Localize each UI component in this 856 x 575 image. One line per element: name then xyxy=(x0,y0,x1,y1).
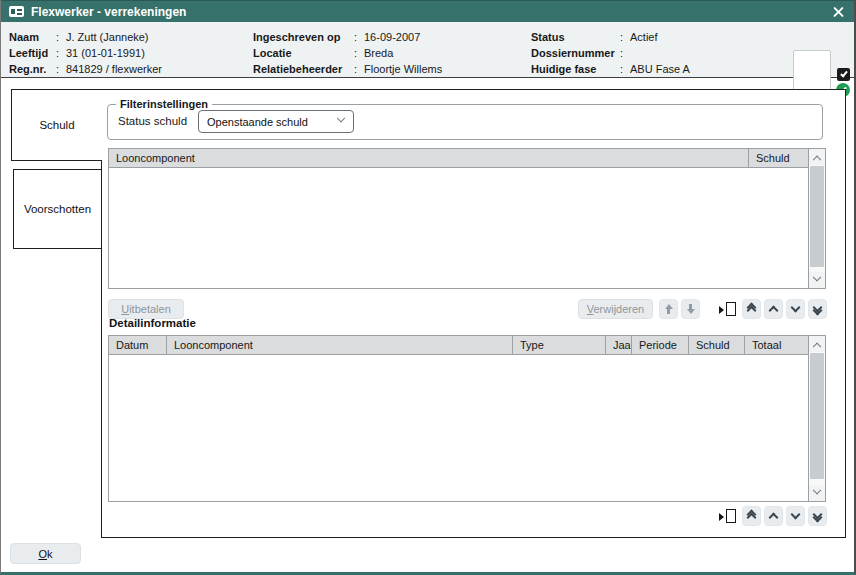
separator: : xyxy=(620,31,630,43)
uitbetalen-button[interactable]: Uitbetalen xyxy=(108,299,184,319)
scrollbar-thumb[interactable] xyxy=(810,166,824,267)
contact-card-icon xyxy=(9,6,24,17)
separator: : xyxy=(620,47,630,59)
window-title: Flexwerker - verrekeningen xyxy=(31,5,186,19)
field-label: Status xyxy=(531,31,620,43)
chevron-down-icon xyxy=(813,273,821,281)
field-label: Ingeschreven op xyxy=(253,31,354,43)
column-header-jaar[interactable]: Jaar xyxy=(605,336,631,354)
first-record-button[interactable] xyxy=(742,299,761,319)
detail-table-scrollbar[interactable] xyxy=(808,336,825,501)
info-row-relatiebeheerder: Relatiebeheerder : Floortje Willems xyxy=(253,61,442,77)
info-row-huidige-fase: Huidige fase : ABU Fase A xyxy=(531,61,690,77)
separator: : xyxy=(354,47,364,59)
schuld-table-scrollbar[interactable] xyxy=(808,149,825,288)
detail-table-header: Datum Looncomponent Type Jaar Periode Sc… xyxy=(109,336,808,355)
detail-table-body[interactable] xyxy=(109,355,808,501)
field-value: 31 (01-01-1991) xyxy=(66,47,145,59)
separator: : xyxy=(56,63,66,75)
tab-voorschotten[interactable]: Voorschotten xyxy=(13,169,102,249)
scrollbar-track[interactable] xyxy=(809,352,825,485)
move-down-button[interactable] xyxy=(681,299,700,319)
last-record-button[interactable] xyxy=(808,506,827,526)
schuld-table-body[interactable] xyxy=(109,168,808,288)
info-column-1: Naam : J. Zutt (Janneke) Leeftijd : 31 (… xyxy=(9,29,162,77)
schuld-table: Looncomponent Schuld xyxy=(108,148,826,289)
info-row-dossiernummer: Dossiernummer : xyxy=(531,45,690,61)
schuld-table-main: Looncomponent Schuld xyxy=(109,149,808,288)
status-schuld-dropdown[interactable]: Openstaande schuld xyxy=(198,110,354,133)
chevron-down-icon xyxy=(791,510,801,520)
tab-schuld[interactable]: Schuld xyxy=(11,89,102,161)
scrollbar-thumb[interactable] xyxy=(810,353,824,479)
verwijderen-button[interactable]: Verwijderen xyxy=(578,299,653,319)
chevron-down-icon xyxy=(791,303,801,313)
scroll-up-button[interactable] xyxy=(809,149,825,165)
insert-record-button[interactable] xyxy=(717,506,738,526)
double-chevron-down-icon xyxy=(814,511,821,521)
info-row-naam: Naam : J. Zutt (Janneke) xyxy=(9,29,162,45)
next-record-button[interactable] xyxy=(786,506,805,526)
column-header-schuld[interactable]: Schuld xyxy=(748,149,808,167)
column-header-type[interactable]: Type xyxy=(512,336,605,354)
first-record-button[interactable] xyxy=(742,506,761,526)
column-header-totaal[interactable]: Totaal xyxy=(744,336,808,354)
arrow-down-icon xyxy=(687,304,695,314)
chevron-down-icon xyxy=(813,486,821,494)
filter-groupbox: Filterinstellingen Status schuld Opensta… xyxy=(107,104,823,140)
ok-button[interactable]: Ok xyxy=(10,543,81,564)
info-row-leeftijd: Leeftijd : 31 (01-01-1991) xyxy=(9,45,162,61)
separator: : xyxy=(56,47,66,59)
separator: : xyxy=(354,31,364,43)
previous-record-button[interactable] xyxy=(764,299,783,319)
field-value: 841829 / flexwerker xyxy=(66,63,162,75)
info-row-ingeschreven: Ingeschreven op : 16-09-2007 xyxy=(253,29,442,45)
scroll-down-button[interactable] xyxy=(809,272,825,288)
double-chevron-up-icon xyxy=(748,511,755,521)
field-value: ABU Fase A xyxy=(630,63,690,75)
insert-record-button[interactable] xyxy=(717,299,738,319)
close-button[interactable] xyxy=(830,4,846,20)
field-label: Naam xyxy=(9,31,56,43)
schuld-table-header: Looncomponent Schuld xyxy=(109,149,808,168)
info-row-status: Status : Actief xyxy=(531,29,690,45)
double-chevron-down-icon xyxy=(814,304,821,314)
column-header-periode[interactable]: Periode xyxy=(631,336,688,354)
field-value: Breda xyxy=(364,47,393,59)
employee-info-panel: Naam : J. Zutt (Janneke) Leeftijd : 31 (… xyxy=(1,22,854,78)
insert-record-icon xyxy=(719,509,736,524)
separator: : xyxy=(354,63,364,75)
field-value: J. Zutt (Janneke) xyxy=(66,31,149,43)
double-chevron-up-icon xyxy=(748,304,755,314)
button-label: Verwijderen xyxy=(587,303,644,315)
next-record-button[interactable] xyxy=(786,299,805,319)
checked-checkbox-icon[interactable] xyxy=(837,68,850,81)
groupbox-legend: Filterinstellingen xyxy=(116,98,212,110)
field-label: Leeftijd xyxy=(9,47,56,59)
info-column-2: Ingeschreven op : 16-09-2007 Locatie : B… xyxy=(253,29,442,77)
column-header-datum[interactable]: Datum xyxy=(109,336,166,354)
column-header-looncomponent[interactable]: Looncomponent xyxy=(166,336,512,354)
previous-record-button[interactable] xyxy=(764,506,783,526)
scroll-down-button[interactable] xyxy=(809,485,825,501)
detail-table-main: Datum Looncomponent Type Jaar Periode Sc… xyxy=(109,336,808,501)
button-label: Uitbetalen xyxy=(121,303,171,315)
field-value: Floortje Willems xyxy=(364,63,442,75)
scroll-up-button[interactable] xyxy=(809,336,825,352)
move-up-button[interactable] xyxy=(659,299,678,319)
field-label: Huidige fase xyxy=(531,63,620,75)
info-row-locatie: Locatie : Breda xyxy=(253,45,442,61)
column-header-schuld[interactable]: Schuld xyxy=(688,336,744,354)
scrollbar-track[interactable] xyxy=(809,165,825,272)
field-value: Actief xyxy=(630,31,658,43)
detail-table: Datum Looncomponent Type Jaar Periode Sc… xyxy=(108,335,826,502)
flexwerker-dialog: Flexwerker - verrekeningen Naam : J. Zut… xyxy=(0,0,856,575)
button-label: Ok xyxy=(38,548,52,560)
field-label: Dossiernummer xyxy=(531,47,620,59)
chevron-up-icon xyxy=(813,156,821,164)
column-header-looncomponent[interactable]: Looncomponent xyxy=(109,149,748,167)
arrow-up-icon xyxy=(665,304,673,314)
last-record-button[interactable] xyxy=(808,299,827,319)
field-label: Reg.nr. xyxy=(9,63,56,75)
insert-record-icon xyxy=(719,302,736,317)
